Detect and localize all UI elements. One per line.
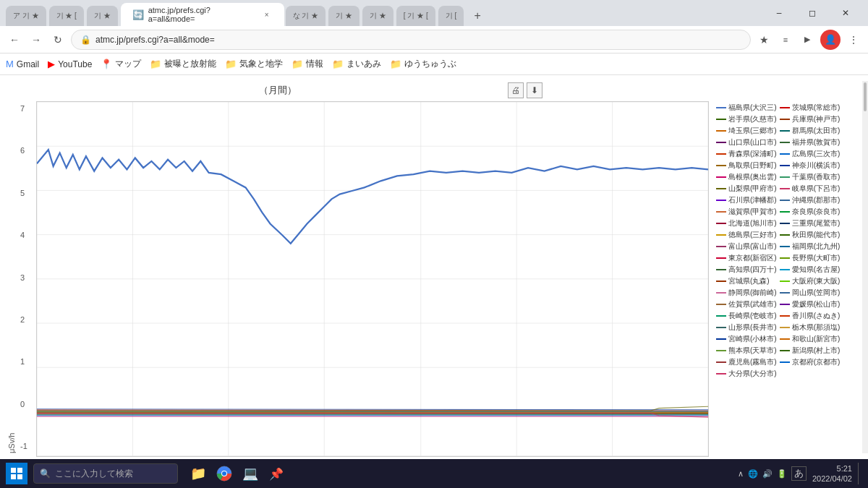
bookmark-folder-1[interactable]: 📁 被曝と放射能 [150,58,216,70]
bookmark-folder-2[interactable]: 📁 気象と地学 [225,58,283,70]
legend-label: 島根県(奥出雲) [728,173,777,181]
tab-inactive-3[interactable]: 기 ★ [87,6,118,26]
folder-icon-2: 📁 [225,59,237,69]
tab-inactive-7[interactable]: 기 ★ [362,6,393,26]
legend-color-line [780,361,790,363]
chevron-up-icon[interactable]: ∧ [738,469,744,479]
taskbar-icon-3: 💻 [242,466,258,481]
start-button[interactable] [6,463,27,484]
taskbar-date: 2022/04/02 [812,474,852,484]
tab-inactive-5[interactable]: な 기 ★ [286,6,326,26]
bookmark-star-btn[interactable]: ★ [755,31,773,48]
legend-label: 宮崎県(小林市) [728,335,777,343]
legend-item: 香川県(さぬき) [778,309,842,321]
taskbar-search-box[interactable]: 🔍 ここに入力して検索 [33,463,178,484]
legend-item: 広島県(三次市) [778,147,842,159]
profile-avatar[interactable]: 👤 [820,30,841,50]
tab-inactive-9[interactable]: 기 [ [438,6,464,26]
taskbar-time: 5:21 [812,463,852,474]
battery-icon[interactable]: 🔋 [777,469,787,479]
chart-svg-container: .grid-line { stroke: #ddd; stroke-width:… [36,101,709,453]
taskbar-file-explorer[interactable]: 📁 [187,462,210,485]
legend-item: 東京都(新宿区) [715,252,778,263]
legend-color-line [780,338,790,340]
taskbar-app-3[interactable]: 💻 [239,462,262,485]
speaker-icon[interactable]: 🔊 [762,469,773,479]
tab-inactive-2[interactable]: 기 ★ [ [49,6,84,26]
svg-rect-23 [11,474,16,479]
print-btn[interactable]: 🖨 [508,82,524,98]
download-btn[interactable]: ⬇ [527,82,542,98]
profile-extensions-btn[interactable]: ≡ [777,31,794,48]
legend-label: 愛知県(名古屋) [792,265,841,273]
tab-inactive-6[interactable]: 기 ★ [328,6,359,26]
cast-btn[interactable]: ▶ [799,31,816,48]
legend-color-line [716,119,726,120]
tab-inactive-8[interactable]: [ 기 ★ [ [396,6,435,26]
legend-color-line [780,327,790,328]
taskbar-clock[interactable]: 5:21 2022/04/02 [812,463,852,484]
legend-label: 鳥取県(日野町) [728,161,777,169]
bookmark-folder-4[interactable]: 📁 まいあみ [332,58,381,70]
legend-color-line [716,188,726,189]
legend-label: 愛媛県(松山市) [792,300,841,308]
legend-color-line [780,165,790,166]
legend-color-line [716,373,726,374]
legend-scrollbar[interactable] [862,81,868,453]
legend-item: 大分県(大分市) [715,367,778,379]
legend-label: 青森県(深浦町) [728,150,777,158]
folder-label-3: 情報 [306,58,323,70]
taskbar-apps: 📁 💻 📌 [187,462,288,485]
legend-color-line [780,130,790,132]
bookmark-maps[interactable]: 📍 マップ [101,58,141,70]
tab-title: atmc.jp/prefs.cgi?a=all&mode= [148,6,257,23]
legend-color-line [780,142,790,143]
bookmark-folder-3[interactable]: 📁 情報 [292,58,323,70]
show-desktop-btn[interactable] [858,463,862,484]
ime-indicator[interactable]: あ [791,466,807,481]
legend-color-line [716,153,726,155]
refresh-btn[interactable]: ↻ [49,31,67,48]
bookmark-youtube[interactable]: ▶ YouTube [48,59,92,69]
maps-label: マップ [115,58,141,70]
taskbar-app-4[interactable]: 📌 [265,462,288,485]
legend-color-line [780,292,790,294]
y-tick-2: 2 [20,315,33,324]
svg-point-27 [222,471,226,476]
back-btn[interactable]: ← [6,31,23,48]
bookmark-gmail[interactable]: M Gmail [6,59,39,69]
new-tab-btn[interactable]: + [467,6,488,26]
legend-label: 高知県(四万十) [728,265,777,273]
chart-wrapper: （月間） 🖨 ⬇ μSv/h -1 0 1 2 3 4 5 6 [0,75,868,459]
tab-close-btn[interactable]: × [261,9,273,20]
bookmark-folder-5[interactable]: 📁 ゆうちゅうぶ [390,58,456,70]
tab-active[interactable]: 🔄 atmc.jp/prefs.cgi?a=all&mode= × [121,3,284,26]
legend-color-line [716,200,726,201]
menu-btn[interactable]: ⋮ [845,31,862,48]
close-btn[interactable]: ✕ [829,0,862,26]
legend-item: 岡山県(笠岡市) [778,286,842,298]
svg-rect-22 [17,468,22,473]
legend-label: 奈良県(奈良市) [792,207,841,215]
chrome-icon [216,466,232,481]
window-controls: – ◻ ✕ [762,0,862,26]
legend-label: 大分県(大分市) [728,369,777,377]
minimize-btn[interactable]: – [762,0,796,26]
legend-color-line [780,176,790,178]
windows-logo-icon [11,468,22,479]
forward-btn[interactable]: → [27,31,45,48]
network-icon[interactable]: 🌐 [748,469,758,479]
gmail-label: Gmail [17,59,39,69]
legend-item: 新潟県(村上市) [778,344,842,356]
legend-color-line [716,176,726,178]
legend-color-line [780,200,790,201]
legend-color-line [780,234,790,236]
taskbar-chrome[interactable] [213,462,236,485]
folder-label-2: 気象と地学 [239,58,283,70]
tab-inactive-1[interactable]: ア 기 ★ [6,6,46,26]
address-bar[interactable]: 🔒 atmc.jp/prefs.cgi?a=all&mode= [71,30,751,50]
chart-main: .grid-line { stroke: #ddd; stroke-width:… [36,101,709,457]
y-tick--1: -1 [20,442,33,450]
legend-color-line [780,281,790,282]
restore-btn[interactable]: ◻ [796,0,829,26]
